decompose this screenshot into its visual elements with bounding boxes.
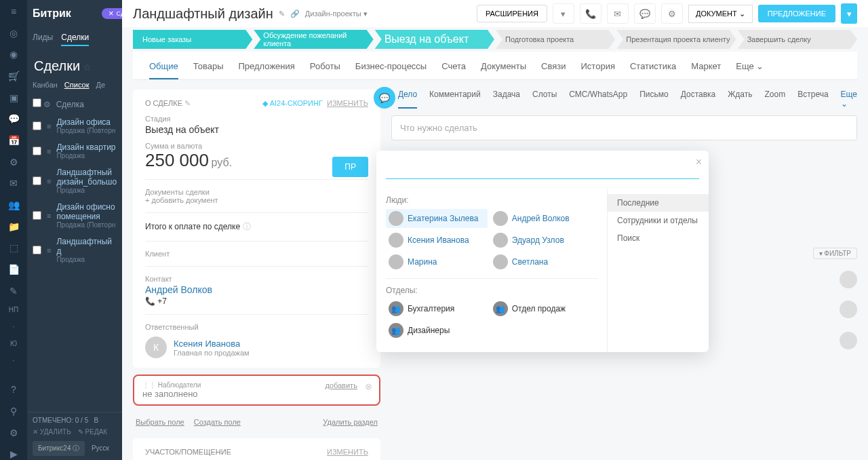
tab-item[interactable]: Статистика [630,61,676,79]
stage-item[interactable]: Выезд на объект [375,30,494,49]
nav-icon[interactable]: 📁 [7,221,20,233]
grip-icon[interactable]: ≡ [47,122,51,130]
timeline-tab[interactable]: Дело [398,90,417,109]
person-item[interactable]: Андрей Волков [490,209,592,228]
gear-icon[interactable]: ⚙ [43,100,51,109]
deal-checkbox[interactable] [33,147,41,155]
bitrix24-badge[interactable]: Битрикс24 ⓘ [33,441,85,456]
phone-icon[interactable]: 📞 [145,296,155,306]
add-document-link[interactable]: + добавить документ [145,196,368,204]
select-all-checkbox[interactable] [33,98,41,107]
tab-deals[interactable]: Сделки [61,33,89,46]
chat-icon[interactable]: 💬 [634,3,656,24]
person-item[interactable]: Ксения Иванова [386,231,488,250]
tab-item[interactable]: История [581,61,615,79]
todo-input[interactable]: Что нужно сделать [391,115,857,140]
close-icon[interactable]: × [108,10,114,17]
nav-icon[interactable]: 📅 [7,134,20,147]
deal-name[interactable]: Дизайн офиса [56,117,115,127]
timeline-tab[interactable]: Zoom [765,90,786,109]
tab-item[interactable]: Маркет [691,61,721,79]
tab-item[interactable]: Связи [541,61,566,79]
person-item[interactable]: Екатерина Зылева [386,209,488,228]
timeline-tab[interactable]: Письмо [639,90,669,109]
grip-icon[interactable]: ≡ [47,246,51,254]
nav-icon[interactable]: ◎ [7,27,20,39]
help-icon[interactable]: ? [7,383,20,396]
timeline-tab-more[interactable]: Еще ⌄ [841,90,857,109]
tab-item[interactable]: Документы [481,61,526,79]
side-tab-search[interactable]: Поиск [608,229,709,247]
nav-icon[interactable]: 👥 [7,199,20,211]
offer-dropdown[interactable]: ▾ [841,3,857,24]
side-tab-employees[interactable]: Сотрудники и отделы [608,212,709,229]
nav-icon[interactable]: ⬚ [7,242,20,254]
dropdown-icon[interactable]: ▾ [553,3,574,24]
nav-icon[interactable]: 💬 [7,113,20,125]
extensions-button[interactable]: РАСШИРЕНИЯ [477,5,547,22]
person-item[interactable]: Светлана [490,252,592,271]
deal-checkbox[interactable] [33,121,41,130]
pencil-icon[interactable]: ✎ [184,99,191,107]
nav-icon[interactable]: ⚙ [7,156,20,168]
grip-icon[interactable]: ≡ [47,177,51,185]
stage-item[interactable]: Новые заказы [133,30,252,49]
create-field-link[interactable]: Создать поле [194,418,241,426]
select-field-link[interactable]: Выбрать поле [136,418,184,426]
link-icon[interactable]: 🔗 [290,9,300,18]
deal-checkbox[interactable] [33,211,41,220]
menu-icon[interactable]: ≡ [7,5,20,18]
deal-name[interactable]: Дизайн квартир [56,142,115,152]
tab-item[interactable]: Товары [193,61,224,79]
nav-icon[interactable]: ▣ [7,92,20,104]
phone-icon[interactable]: 📞 [580,3,601,24]
stage-item[interactable]: Подготовка проекта [496,30,615,49]
tab-more[interactable]: Еще ⌄ [736,61,764,79]
change-link[interactable]: изменить [327,448,368,456]
grip-icon[interactable]: ≡ [47,147,51,155]
deal-name[interactable]: Дизайн офисно помещения [56,202,117,221]
nav-icon[interactable]: 🛒 [7,70,20,82]
search-input[interactable] [386,160,699,179]
person-item[interactable]: Марина [386,252,488,271]
tab-item[interactable]: Роботы [310,61,340,79]
nav-icon[interactable]: ◉ [7,48,20,60]
nav-icon[interactable]: ✉ [7,177,20,189]
gear-icon[interactable]: ⚙ [661,3,683,24]
edit-action[interactable]: ✎ РЕДАК [78,428,107,436]
grip-icon[interactable]: ≡ [47,212,51,220]
stage-item[interactable]: Презентация проекта клиенту [616,30,736,49]
mode-kanban[interactable]: Канбан [33,81,58,89]
nav-icon[interactable]: ⚲ [7,405,20,417]
delete-action[interactable]: ✕ УДАЛИТЬ [33,428,71,436]
mode-list[interactable]: Список [64,81,90,89]
deal-checkbox[interactable] [33,176,41,185]
document-button[interactable]: ДОКУМЕНТ ⌄ [688,5,753,23]
tab-general[interactable]: Общие [149,61,178,79]
deal-row[interactable]: ≡ Дизайн офисно помещения Продажа (Повто… [27,198,122,233]
stage-item[interactable]: Обсуждение пожеланий клиента [254,30,373,49]
star-icon[interactable]: ☆ [83,62,92,73]
dept-item[interactable]: 👥 Отдел продаж [490,299,592,318]
ai-scoring-link[interactable]: ◆ AI24-скоринг [262,99,323,107]
contact-name[interactable]: Андрей Волков [145,284,368,295]
side-tab-recent[interactable]: Последние [608,194,709,212]
tab-leads[interactable]: Лиды [33,33,53,46]
dept-item[interactable]: 👥 Дизайнеры [386,321,488,340]
delete-section-link[interactable]: Удалить раздел [323,418,378,426]
add-watcher-link[interactable]: добавить [325,381,357,389]
responsible-name[interactable]: Ксения Иванова [174,339,250,349]
timeline-tab[interactable]: Задача [493,90,520,109]
deal-row[interactable]: ≡ Ландшафтный д Продажа [27,233,122,267]
mode-other[interactable]: Де [96,81,105,89]
deal-name[interactable]: Ландшафтный д [56,237,117,256]
deal-row[interactable]: ≡ Дизайн квартир Продажа [27,138,122,164]
timeline-tab[interactable]: СМС/WhatsApp [569,90,627,109]
offer-button[interactable]: ПРЕДЛОЖЕНИЕ [758,5,835,22]
tab-item[interactable]: Счета [441,61,466,79]
change-link[interactable]: изменить [327,99,368,107]
deal-checkbox[interactable] [33,246,41,254]
deal-name[interactable]: Ландшафтный дизайн_большо [56,168,117,187]
nav-icon[interactable]: ▶ [7,448,20,460]
mail-icon[interactable]: ✉ [607,3,629,24]
